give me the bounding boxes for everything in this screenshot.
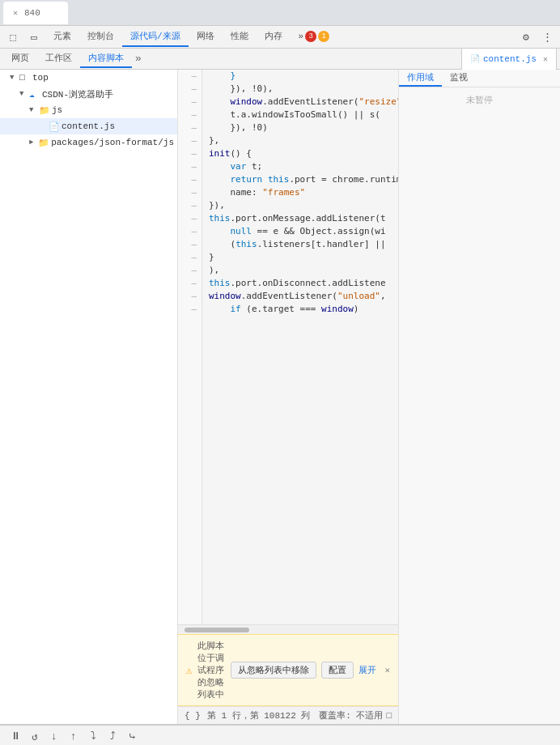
- file-tree-panel: ▼ □ top ▼ ☁ CSDN-浏览器助手 ▼ 📁 js 📄 content.…: [0, 70, 178, 724]
- tab-sources[interactable]: 源代码/来源: [122, 27, 189, 47]
- code-line: return this.port = chrome.runtime: [209, 173, 392, 186]
- remove-from-ignore-btn[interactable]: 从忽略列表中移除: [231, 662, 316, 679]
- expand-btn[interactable]: 展开: [358, 664, 376, 676]
- sources-subtabs: 网页 工作区 内容脚本 » 📄 content.js ✕: [0, 49, 560, 70]
- tree-arrow-csdn: ▼: [19, 90, 29, 98]
- tab-performance[interactable]: 性能: [223, 27, 257, 47]
- code-line: name: "frames": [209, 186, 392, 199]
- tree-arrow-top: ▼: [10, 74, 19, 82]
- tree-arrow-packages: ►: [29, 138, 38, 147]
- code-line: (this.listeners[t.handler] ||: [209, 238, 392, 251]
- folder-icon-packages: 📁: [38, 138, 49, 148]
- status-bar: { } 第 1 行，第 108122 列 覆盖率: 不适用 □: [178, 706, 398, 724]
- step-over-btn[interactable]: ↺: [26, 728, 44, 746]
- tab-console[interactable]: 控制台: [79, 27, 122, 47]
- scope-tab-watch[interactable]: 监视: [442, 70, 476, 87]
- tab-content-script[interactable]: 内容脚本: [80, 49, 132, 68]
- js-file-icon: 📄: [470, 54, 480, 64]
- tab-close-icon[interactable]: ✕: [10, 7, 21, 19]
- code-line: this.port.onMessage.addListener(t: [209, 212, 392, 225]
- step-into-btn[interactable]: ↓: [45, 728, 63, 746]
- warning-badge: 1: [318, 31, 329, 42]
- main-content: ▼ □ top ▼ ☁ CSDN-浏览器助手 ▼ 📁 js 📄 content.…: [0, 70, 560, 724]
- warning-actions: 从忽略列表中移除 配置 展开 ✕: [231, 662, 390, 679]
- code-line: t.a.windowIsTooSmall() || s(: [209, 109, 392, 121]
- tab-more[interactable]: » 3 1: [291, 28, 338, 47]
- devtools-top-bar: ⬚ ▭ 元素 控制台 源代码/来源 网络 性能 内存 » 3 1 ⚙ ⋮: [0, 26, 560, 49]
- code-line: ),: [209, 264, 392, 277]
- code-line: }: [209, 70, 392, 83]
- error-badge: 3: [305, 31, 316, 42]
- tree-arrow-js: ▼: [29, 106, 39, 114]
- code-line: if (e.target === window): [209, 303, 392, 316]
- code-editor[interactable]: – – – – – – – – – – – – – – –: [178, 70, 398, 624]
- scope-paused-msg: 未暂停: [399, 87, 560, 113]
- warning-icon: ⚠: [186, 664, 193, 677]
- code-line: }), !0): [209, 121, 392, 134]
- folder-icon-top: □: [19, 73, 31, 83]
- step-btn[interactable]: ⤵: [84, 728, 102, 746]
- browser-tab[interactable]: ✕ 840: [3, 2, 68, 24]
- scrollbar-thumb[interactable]: [185, 628, 249, 632]
- devtools-tabs: 元素 控制台 源代码/来源 网络 性能 内存 » 3 1: [45, 27, 515, 47]
- device-icon-btn[interactable]: ▭: [24, 28, 44, 47]
- tree-label-csdn: CSDN-浏览器助手: [42, 88, 113, 100]
- browser-tab-bar: ✕ 840: [0, 0, 560, 26]
- coverage-icon: □: [386, 711, 392, 721]
- tree-label-top: top: [32, 73, 49, 83]
- code-line: var t;: [209, 160, 392, 173]
- bottom-debugger-panel: ⏸ ↺ ↓ ↑ ⤵ ⤴ ⤷ ▼ 断点 遇到未捕获的异常时暂停 在遇到异常时暂停 …: [0, 724, 560, 745]
- tree-item-js-folder[interactable]: ▼ 📁 js: [0, 102, 177, 118]
- step-out-btn[interactable]: ↑: [65, 728, 83, 746]
- tree-item-contentjs[interactable]: 📄 content.js: [0, 118, 177, 134]
- scope-panel: 作用域 监视 未暂停: [398, 70, 560, 724]
- tree-item-csdn[interactable]: ▼ ☁ CSDN-浏览器助手: [0, 86, 177, 102]
- warning-banner: ⚠ 此脚本位于调试程序的忽略列表中 从忽略列表中移除 配置 展开 ✕: [178, 634, 398, 706]
- configure-btn[interactable]: 配置: [321, 662, 354, 679]
- cloud-icon-csdn: ☁: [29, 89, 40, 100]
- breakpoints-btn[interactable]: ⤷: [123, 728, 141, 746]
- line-numbers: – – – – – – – – – – – – – – –: [178, 70, 202, 624]
- sources-more-btn[interactable]: »: [132, 51, 145, 66]
- code-line: window.addEventListener("resize",: [209, 96, 392, 109]
- debugger-toolbar: ⏸ ↺ ↓ ↑ ⤵ ⤴ ⤷: [0, 726, 560, 745]
- tree-item-top[interactable]: ▼ □ top: [0, 70, 177, 86]
- tab-number: 840: [24, 8, 40, 18]
- scope-tab-scope[interactable]: 作用域: [399, 70, 442, 87]
- inspect-icon-btn[interactable]: ⬚: [3, 28, 23, 47]
- file-tab-contentjs[interactable]: 📄 content.js ✕: [462, 49, 557, 70]
- gear-icon-btn[interactable]: ⚙: [516, 28, 536, 47]
- tree-label-js: js: [52, 105, 62, 115]
- code-line: init() {: [209, 147, 392, 160]
- tab-webpage[interactable]: 网页: [3, 49, 37, 68]
- code-line: null == e && Object.assign(wi: [209, 225, 392, 238]
- code-line: window.addEventListener("unload",: [209, 290, 392, 303]
- warning-close-btn[interactable]: ✕: [384, 665, 390, 675]
- status-position: 第 1 行，第 108122 列: [207, 709, 311, 722]
- coverage-area: 覆盖率: 不适用 □: [319, 709, 392, 722]
- status-braces-icon: { }: [185, 711, 201, 721]
- tab-elements[interactable]: 元素: [45, 27, 79, 47]
- tab-network[interactable]: 网络: [189, 27, 223, 47]
- code-line: this.port.onDisconnect.addListene: [209, 277, 392, 290]
- coverage-text: 覆盖率: 不适用: [319, 709, 383, 722]
- pause-btn[interactable]: ⏸: [6, 728, 24, 746]
- file-tab-name: content.js: [483, 54, 537, 64]
- code-line: }),: [209, 199, 392, 212]
- tree-label-contentjs: content.js: [62, 121, 115, 131]
- tab-memory[interactable]: 内存: [257, 27, 291, 47]
- more-icon-btn[interactable]: ⋮: [537, 28, 557, 47]
- tree-label-packages: packages/json-format/js: [51, 138, 174, 147]
- file-tab-close[interactable]: ✕: [543, 54, 548, 64]
- devtools-right-icons: ⚙ ⋮: [516, 28, 557, 47]
- scope-tab-bar: 作用域 监视: [399, 70, 560, 87]
- deactivate-btn[interactable]: ⤴: [104, 728, 121, 746]
- code-line: }), !0),: [209, 83, 392, 96]
- code-line: }: [209, 251, 392, 264]
- code-content[interactable]: } }), !0), window.addEventListener("resi…: [202, 70, 398, 624]
- horizontal-scrollbar[interactable]: [178, 624, 398, 634]
- tab-workspace[interactable]: 工作区: [37, 49, 80, 68]
- code-line: },: [209, 134, 392, 147]
- tree-item-packages[interactable]: ► 📁 packages/json-format/js: [0, 134, 177, 151]
- warning-text: 此脚本位于调试程序的忽略列表中: [197, 640, 227, 700]
